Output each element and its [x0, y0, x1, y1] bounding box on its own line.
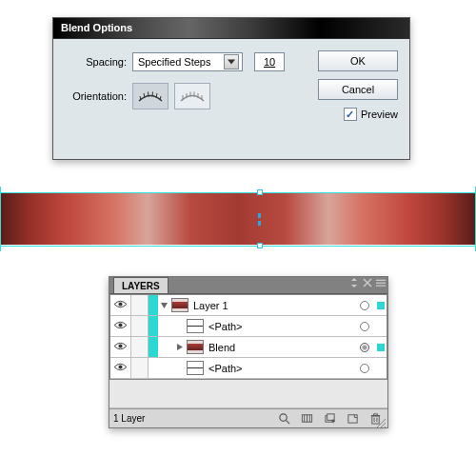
svg-rect-36	[348, 415, 357, 423]
guide-horizontal	[0, 246, 476, 247]
visibility-toggle[interactable]	[110, 316, 131, 336]
selection-indicator	[375, 344, 387, 351]
selection-color-swatch	[149, 337, 158, 357]
lock-toggle[interactable]	[131, 337, 149, 357]
target-icon[interactable]	[354, 322, 375, 331]
new-layer-icon[interactable]	[347, 412, 359, 425]
steps-input[interactable]: 10	[254, 52, 285, 71]
eye-icon	[113, 320, 128, 332]
disclosure-triangle-icon[interactable]	[160, 300, 169, 311]
selection-indicator	[375, 302, 387, 309]
panel-menu-icon[interactable]	[376, 278, 386, 289]
svg-marker-0	[228, 60, 235, 65]
tab-layers[interactable]: LAYERS	[113, 277, 169, 293]
preview-label: Preview	[361, 109, 398, 120]
layer-count-label: 1 Layer	[113, 413, 145, 424]
svg-line-42	[377, 419, 386, 427]
selection-color-swatch	[149, 295, 158, 315]
target-icon[interactable]	[354, 301, 375, 310]
svg-point-23	[118, 344, 122, 347]
guide-vertical	[0, 187, 1, 251]
selection-color-swatch	[149, 316, 158, 336]
ok-button[interactable]: OK	[318, 50, 398, 71]
selection-handle-icon[interactable]	[257, 243, 263, 248]
svg-marker-14	[351, 285, 357, 288]
visibility-toggle[interactable]	[110, 337, 131, 357]
canvas-area	[0, 187, 476, 251]
svg-point-22	[118, 323, 122, 327]
center-marker-icon	[258, 213, 261, 218]
dialog-title: Blend Options	[53, 18, 409, 39]
layer-row[interactable]: <Path>	[110, 358, 387, 379]
visibility-toggle[interactable]	[110, 358, 131, 378]
lock-toggle[interactable]	[131, 316, 149, 336]
spacing-select[interactable]: Specified Steps	[132, 52, 243, 71]
eye-icon	[113, 362, 128, 374]
svg-line-27	[286, 420, 289, 424]
svg-point-20	[118, 302, 122, 306]
spacing-label: Spacing:	[65, 56, 127, 68]
locate-object-icon[interactable]	[278, 412, 290, 425]
layer-row[interactable]: Blend	[110, 337, 387, 358]
layer-thumbnail	[187, 361, 204, 375]
svg-rect-18	[376, 283, 386, 284]
layer-empty-area	[109, 380, 387, 408]
orientation-vertical-button[interactable]	[174, 83, 210, 109]
layer-thumbnail	[187, 340, 204, 354]
eye-icon	[113, 341, 128, 353]
cancel-button[interactable]: Cancel	[318, 79, 398, 100]
chevron-down-icon[interactable]	[224, 54, 239, 69]
layer-name[interactable]: <Path>	[208, 321, 354, 332]
guide-horizontal	[0, 192, 476, 193]
visibility-toggle[interactable]	[110, 295, 131, 315]
layer-name[interactable]: <Path>	[208, 363, 354, 374]
spacing-value: Specified Steps	[138, 56, 210, 68]
eye-icon	[113, 299, 128, 311]
selection-handle-icon[interactable]	[257, 189, 263, 195]
svg-line-44	[385, 426, 386, 427]
make-clipping-mask-icon[interactable]	[301, 412, 313, 425]
svg-point-25	[118, 365, 122, 368]
panel-status-bar: 1 Layer	[109, 408, 387, 427]
preview-checkbox[interactable]: ✓	[344, 108, 357, 121]
selection-color-swatch	[149, 358, 158, 378]
layer-thumbnail	[187, 319, 204, 333]
svg-marker-13	[351, 278, 357, 281]
svg-line-3	[149, 92, 149, 97]
blend-options-dialog: Blend Options Spacing: Specified Steps 1…	[52, 17, 410, 160]
new-sublayer-icon[interactable]	[324, 412, 336, 425]
svg-rect-33	[327, 414, 334, 421]
layer-name[interactable]: Blend	[208, 342, 354, 353]
svg-rect-19	[376, 286, 386, 287]
close-icon[interactable]	[363, 278, 372, 289]
panel-collapse-icon[interactable]	[349, 278, 359, 289]
center-marker-icon	[258, 221, 261, 226]
orientation-horizontal-button[interactable]	[132, 83, 169, 109]
svg-point-26	[280, 414, 287, 421]
layer-row[interactable]: <Path>	[110, 316, 387, 337]
layers-panel: LAYERS Layer 1<Path>Blend<Path> 1 Layer	[109, 276, 388, 428]
disclosure-triangle-icon[interactable]	[175, 342, 185, 353]
lock-toggle[interactable]	[131, 295, 149, 315]
target-icon[interactable]	[354, 364, 375, 373]
layer-name[interactable]: Layer 1	[193, 300, 354, 311]
layer-thumbnail	[171, 298, 188, 312]
svg-marker-24	[177, 344, 183, 350]
target-icon[interactable]	[354, 343, 375, 352]
lock-toggle[interactable]	[131, 358, 149, 378]
ribbon-artwork[interactable]	[0, 193, 476, 245]
layer-row[interactable]: Layer 1	[110, 295, 387, 316]
svg-marker-21	[161, 303, 168, 308]
layer-list: Layer 1<Path>Blend<Path>	[109, 294, 387, 380]
orientation-label: Orientation:	[65, 90, 127, 102]
svg-line-4	[152, 92, 153, 97]
svg-rect-17	[376, 280, 386, 281]
resize-grip-icon[interactable]	[374, 414, 386, 426]
panel-tabbar: LAYERS	[109, 277, 387, 294]
